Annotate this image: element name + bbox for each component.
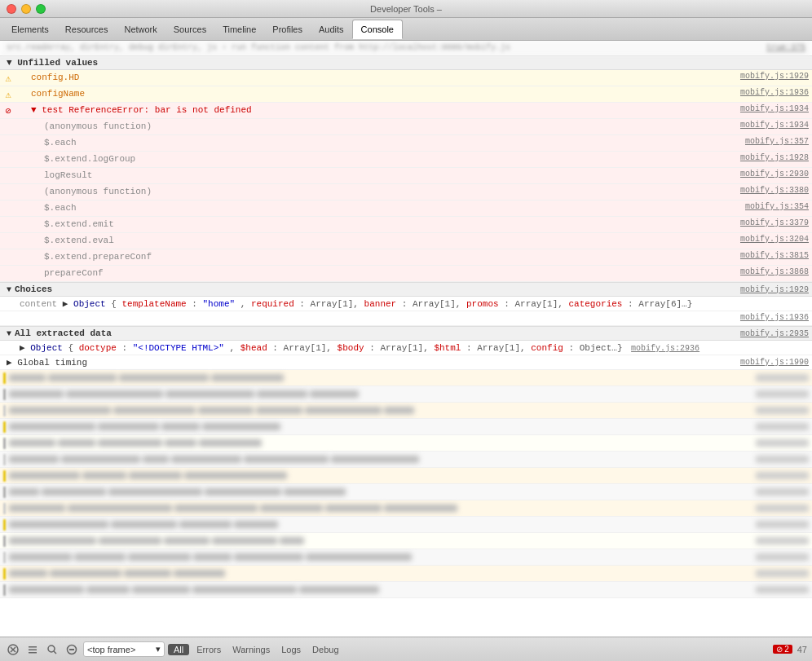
stack-trace-3: $.extend.logGroup mobify.js:1928 xyxy=(0,152,812,168)
blurred-row xyxy=(0,582,812,598)
entry-source-10[interactable]: mobify.js:3868 xyxy=(740,267,809,276)
clear-console-button[interactable] xyxy=(5,641,21,658)
console-entry-error: ⊘ ▼ test ReferenceError: bar is not defi… xyxy=(0,103,812,119)
entry-text: prepareConf xyxy=(15,267,812,280)
entry-text: $.extend.logGroup xyxy=(15,152,812,165)
blurred-row xyxy=(0,452,812,468)
entry-source-6[interactable]: mobify.js:354 xyxy=(745,202,809,211)
error-icon-badge: ⊘ xyxy=(776,645,783,654)
error-icon: ⊘ xyxy=(2,104,15,117)
tab-console[interactable]: Console xyxy=(352,20,403,39)
choices-header[interactable]: ▼ Choices mobify.js:1929 xyxy=(0,282,812,297)
list-view-button[interactable] xyxy=(24,641,41,658)
stop-icon xyxy=(66,644,77,655)
stack-trace-8: $.extend.eval mobify.js:3204 xyxy=(0,233,812,249)
choices-content: content ▶ Object { templateName : "home"… xyxy=(0,297,812,311)
global-timing-source[interactable]: mobify.js:1990 xyxy=(740,358,809,367)
svg-point-6 xyxy=(48,646,55,652)
blurred-rows xyxy=(0,370,812,598)
stack-trace-10: prepareConf mobify.js:3868 xyxy=(0,266,812,282)
tab-profiles[interactable]: Profiles xyxy=(264,20,311,39)
spacer-icon-10 xyxy=(2,267,15,280)
tab-network[interactable]: Network xyxy=(116,20,165,39)
filter-warnings-button[interactable]: Warnings xyxy=(228,644,274,655)
stack-trace-1: (anonymous function) mobify.js:1934 xyxy=(0,119,812,135)
stop-button[interactable] xyxy=(64,641,80,658)
entry-text: configName xyxy=(15,87,812,100)
warning-number: 47 xyxy=(797,645,807,654)
entry-source-1[interactable]: mobify.js:1934 xyxy=(740,121,809,130)
blurred-row xyxy=(0,500,812,517)
svg-rect-9 xyxy=(69,649,74,650)
tab-elements[interactable]: Elements xyxy=(3,20,57,39)
filter-logs-button[interactable]: Logs xyxy=(277,644,305,655)
entry-source-3[interactable]: mobify.js:1928 xyxy=(740,153,809,162)
unfilled-values-header[interactable]: ▼ Unfilled values xyxy=(0,55,812,70)
spacer-icon-4 xyxy=(2,170,15,183)
svg-rect-3 xyxy=(29,646,37,648)
entry-text: (anonymous function) xyxy=(15,120,812,133)
spacer-icon-7 xyxy=(2,218,15,231)
tab-timeline[interactable]: Timeline xyxy=(214,20,264,39)
search-button[interactable] xyxy=(44,641,60,658)
svg-rect-4 xyxy=(29,649,37,650)
svg-rect-5 xyxy=(29,652,37,654)
entry-text: (anonymous function) xyxy=(15,185,812,198)
frame-label: <top frame> xyxy=(87,645,135,654)
entry-source-5[interactable]: mobify.js:3380 xyxy=(740,186,809,195)
maximize-button[interactable] xyxy=(36,4,46,14)
blurred-row xyxy=(0,386,812,403)
entry-text: $.extend.prepareConf xyxy=(15,250,812,263)
blurred-row xyxy=(0,419,812,435)
tab-resources[interactable]: Resources xyxy=(57,20,117,39)
warning-icon: ⚠ xyxy=(2,72,15,85)
entry-source-7[interactable]: mobify.js:3379 xyxy=(740,218,809,227)
tab-sources[interactable]: Sources xyxy=(165,20,214,39)
blank-line-1: mobify.js:1936 xyxy=(0,311,812,326)
entry-source-9[interactable]: mobify.js:3815 xyxy=(740,251,809,260)
spacer-icon-2 xyxy=(2,137,15,150)
all-extracted-header[interactable]: ▼ All extracted data mobify.js:2935 xyxy=(0,326,812,341)
chevron-down-icon: ▾ xyxy=(156,644,161,654)
spacer-icon-3 xyxy=(2,153,15,166)
close-button[interactable] xyxy=(7,4,16,14)
entry-source-config-hd[interactable]: mobify.js:1929 xyxy=(740,72,809,81)
error-count-area: ⊘ 2 47 xyxy=(773,645,807,654)
blurred-row xyxy=(0,370,812,386)
blurred-row xyxy=(0,403,812,419)
blurred-row xyxy=(0,435,812,452)
list-icon xyxy=(27,644,38,655)
stack-trace-5: (anonymous function) mobify.js:3380 xyxy=(0,184,812,201)
error-badge: ⊘ 2 xyxy=(773,645,792,654)
window-controls xyxy=(7,4,46,14)
stack-trace-7: $.extend.emit mobify.js:3379 xyxy=(0,217,812,233)
error-number: 2 xyxy=(784,645,789,654)
entry-source-configname[interactable]: mobify.js:1936 xyxy=(740,88,809,97)
choices-label: Choices xyxy=(15,284,52,294)
true-ref[interactable]: true:375 xyxy=(763,43,805,52)
choices-source[interactable]: mobify.js:1929 xyxy=(740,285,809,294)
entry-source-error[interactable]: mobify.js:1934 xyxy=(740,104,809,113)
global-timing-label: ▶ Global timing xyxy=(7,357,87,368)
frame-selector[interactable]: <top frame> ▾ xyxy=(83,641,165,657)
filter-all-button[interactable]: All xyxy=(168,644,189,655)
unfilled-values-label: ▼ Unfilled values xyxy=(7,58,98,68)
all-extracted-source[interactable]: mobify.js:2935 xyxy=(740,329,809,338)
entry-text: ▼ test ReferenceError: bar is not define… xyxy=(15,104,812,117)
filter-errors-button[interactable]: Errors xyxy=(192,644,225,655)
minimize-button[interactable] xyxy=(21,4,31,14)
extracted-arrow: ▼ xyxy=(7,329,11,338)
filter-debug-button[interactable]: Debug xyxy=(308,644,342,655)
entry-source-2[interactable]: mobify.js:357 xyxy=(745,137,809,146)
blurred-row xyxy=(0,517,812,533)
tab-audits[interactable]: Audits xyxy=(311,20,352,39)
spacer-icon-6 xyxy=(2,202,15,215)
entry-source-4[interactable]: mobify.js:2930 xyxy=(740,170,809,178)
blurred-row xyxy=(0,468,812,484)
extracted-source-2[interactable]: mobify.js:2936 xyxy=(631,344,699,353)
devtools-window: Developer Tools – Elements Resources Net… xyxy=(0,0,812,661)
blank-source-1[interactable]: mobify.js:1936 xyxy=(740,313,809,322)
entry-source-8[interactable]: mobify.js:3204 xyxy=(740,235,809,244)
global-timing-header[interactable]: ▶ Global timing mobify.js:1990 xyxy=(0,355,812,370)
blurred-row xyxy=(0,484,812,500)
